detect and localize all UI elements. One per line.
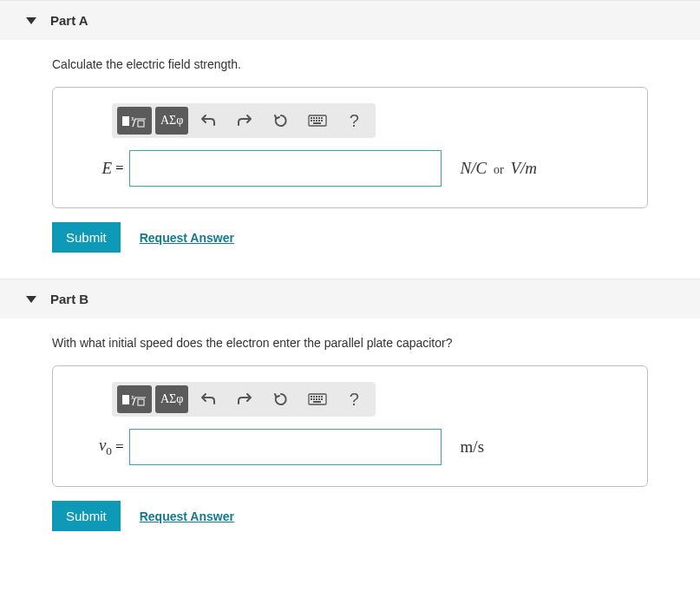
redo-button[interactable] xyxy=(228,107,261,135)
undo-icon xyxy=(200,113,216,128)
part-b-actions: Submit Request Answer xyxy=(52,501,648,531)
equals-sign: = xyxy=(115,160,124,177)
collapse-icon xyxy=(26,296,36,303)
keyboard-icon xyxy=(308,115,327,127)
templates-icon: x xyxy=(122,391,147,407)
svg-rect-4 xyxy=(311,117,312,119)
part-a-answer-box: x ΑΣφ ? xyxy=(52,87,648,208)
greek-button[interactable]: ΑΣφ xyxy=(155,107,188,135)
part-b-answer-box: x ΑΣφ ? xyxy=(52,365,648,487)
svg-rect-19 xyxy=(311,396,312,398)
part-b-request-link[interactable]: Request Answer xyxy=(140,509,234,523)
redo-icon xyxy=(237,391,252,407)
redo-icon xyxy=(237,113,252,128)
part-a-toolbar: x ΑΣφ ? xyxy=(112,103,376,138)
keyboard-icon xyxy=(308,393,327,405)
equals-sign: = xyxy=(115,438,124,456)
svg-rect-22 xyxy=(318,396,320,398)
svg-rect-11 xyxy=(316,120,317,122)
help-button[interactable]: ? xyxy=(337,385,370,413)
svg-rect-10 xyxy=(313,120,315,122)
part-b-title: Part B xyxy=(50,292,88,306)
part-a-variable: E xyxy=(70,159,112,178)
part-a-answer-row: E = N/C or V/m xyxy=(70,150,630,187)
redo-button[interactable] xyxy=(228,385,261,413)
part-a-section: Part A Calculate the electric field stre… xyxy=(0,0,700,261)
part-b-input[interactable] xyxy=(129,429,442,465)
svg-rect-20 xyxy=(313,396,315,398)
templates-button[interactable]: x xyxy=(117,107,152,135)
unit-or: or xyxy=(494,163,504,176)
svg-rect-15 xyxy=(122,395,129,404)
keyboard-button[interactable] xyxy=(301,107,334,135)
part-a-input[interactable] xyxy=(129,150,442,187)
reset-icon xyxy=(273,113,289,128)
part-a-submit-button[interactable]: Submit xyxy=(52,222,121,253)
part-b-submit-button[interactable]: Submit xyxy=(52,501,121,531)
part-b-answer-row: v0 = m/s xyxy=(70,429,630,465)
keyboard-button[interactable] xyxy=(301,385,334,413)
svg-rect-13 xyxy=(321,120,323,122)
undo-button[interactable] xyxy=(192,107,225,135)
part-b-section: Part B With what initial speed does the … xyxy=(0,279,700,540)
undo-icon xyxy=(200,391,216,407)
undo-button[interactable] xyxy=(192,385,225,413)
part-a-actions: Submit Request Answer xyxy=(52,222,648,253)
svg-rect-29 xyxy=(313,401,321,403)
svg-rect-2 xyxy=(138,121,144,127)
svg-text:x: x xyxy=(131,393,134,401)
svg-rect-6 xyxy=(316,117,317,119)
svg-rect-23 xyxy=(321,396,323,398)
reset-button[interactable] xyxy=(265,385,298,413)
collapse-icon xyxy=(26,17,36,24)
part-b-question: With what initial speed does the electro… xyxy=(52,336,648,350)
reset-button[interactable] xyxy=(265,107,298,135)
svg-rect-5 xyxy=(313,117,315,119)
part-b-header[interactable]: Part B xyxy=(0,279,700,319)
unit-nc: N/C xyxy=(461,159,487,177)
part-b-units: m/s xyxy=(461,437,484,457)
svg-rect-21 xyxy=(316,396,317,398)
svg-rect-0 xyxy=(122,116,129,126)
svg-rect-26 xyxy=(316,398,317,400)
unit-vm: V/m xyxy=(510,159,537,177)
svg-rect-25 xyxy=(313,398,315,400)
part-a-title: Part A xyxy=(50,13,88,28)
part-b-body: With what initial speed does the electro… xyxy=(0,319,700,540)
templates-button[interactable]: x xyxy=(117,385,152,413)
svg-rect-17 xyxy=(138,399,144,405)
svg-rect-14 xyxy=(313,122,321,124)
reset-icon xyxy=(273,391,289,407)
help-button[interactable]: ? xyxy=(337,107,370,135)
part-b-toolbar: x ΑΣφ ? xyxy=(112,382,376,417)
var-sub-0: 0 xyxy=(106,444,112,457)
part-a-units: N/C or V/m xyxy=(461,159,537,178)
svg-rect-28 xyxy=(321,398,323,400)
greek-button[interactable]: ΑΣφ xyxy=(155,385,188,413)
svg-rect-27 xyxy=(318,398,320,400)
svg-text:x: x xyxy=(131,115,134,122)
svg-rect-7 xyxy=(318,117,320,119)
part-a-request-link[interactable]: Request Answer xyxy=(140,231,234,245)
part-a-question: Calculate the electric field strength. xyxy=(52,57,648,71)
part-a-body: Calculate the electric field strength. x… xyxy=(0,40,700,261)
svg-rect-12 xyxy=(318,120,320,122)
part-b-variable: v0 xyxy=(70,436,112,458)
svg-rect-24 xyxy=(311,398,312,400)
svg-rect-9 xyxy=(311,120,312,122)
svg-rect-8 xyxy=(321,117,323,119)
templates-icon: x xyxy=(122,113,147,128)
part-a-header[interactable]: Part A xyxy=(0,0,700,40)
